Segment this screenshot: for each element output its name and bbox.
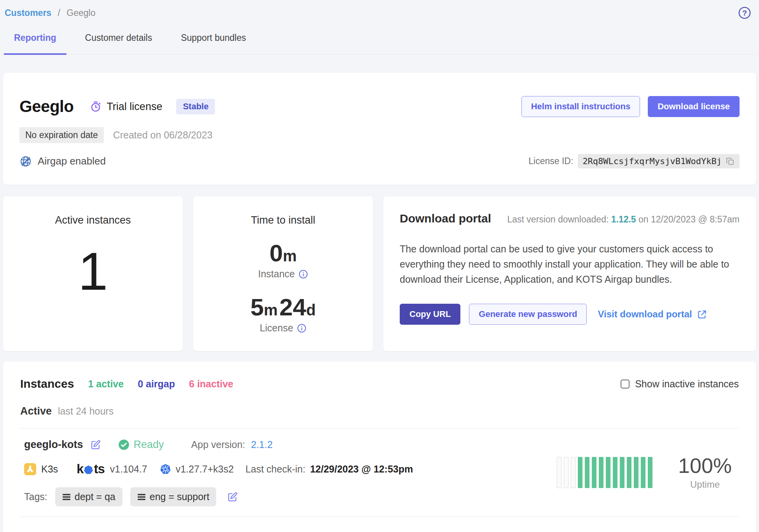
uptime-bar-empty bbox=[557, 457, 561, 488]
active-group-timeframe: last 24 hours bbox=[58, 406, 114, 417]
breadcrumb-current: Geeglo bbox=[66, 8, 95, 18]
instance-install-time-unit: m bbox=[283, 247, 297, 264]
tag-pill: eng = support bbox=[130, 487, 217, 506]
copy-license-id-icon[interactable] bbox=[726, 157, 735, 166]
airgap-globe-icon bbox=[19, 155, 32, 168]
last-checkin-label: Last check-in: bbox=[245, 464, 305, 475]
expiration-badge: No expiration date bbox=[19, 127, 104, 143]
distribution: K3s bbox=[24, 463, 58, 475]
license-install-time-unit2: d bbox=[306, 301, 316, 318]
app-version: App version: 2.1.2 bbox=[191, 439, 273, 450]
license-id-row: License ID: 2Rq8WLcsjfxqrMysjvB1WodYkBj bbox=[528, 154, 740, 168]
airgap-status: Airgap enabled bbox=[19, 155, 106, 168]
created-date: Created on 06/28/2023 bbox=[113, 130, 213, 141]
instance-install-label-row: Instance bbox=[258, 268, 308, 280]
uptime-bar-up bbox=[585, 457, 589, 488]
download-portal-card: Download portal Last version downloaded:… bbox=[383, 196, 756, 351]
help-icon[interactable]: ? bbox=[738, 6, 751, 19]
tags-label: Tags: bbox=[24, 491, 47, 502]
download-portal-title: Download portal bbox=[400, 212, 491, 225]
uptime-bar-up bbox=[599, 457, 603, 488]
info-icon[interactable] bbox=[297, 324, 306, 333]
uptime-bar-empty bbox=[564, 457, 568, 488]
last-version-link[interactable]: 1.12.5 bbox=[611, 214, 636, 224]
tag-pill: dept = qa bbox=[55, 487, 122, 506]
svg-text:?: ? bbox=[742, 9, 747, 17]
breadcrumb-separator: / bbox=[58, 8, 60, 18]
download-license-button[interactable]: Download license bbox=[648, 96, 740, 117]
uptime-bar-up bbox=[613, 457, 617, 488]
divider bbox=[20, 516, 739, 517]
kubernetes-version: v1.27.7+k3s2 bbox=[176, 464, 234, 475]
breadcrumb-customers-link[interactable]: Customers bbox=[5, 8, 51, 18]
license-install-label-row: License bbox=[260, 322, 306, 334]
top-bar: Customers / Geeglo ? bbox=[0, 0, 759, 19]
app-version-label: App version: bbox=[191, 439, 245, 450]
last-checkin-value: 12/29/2023 @ 12:53pm bbox=[310, 464, 413, 475]
kots-logo-k: k bbox=[77, 462, 83, 476]
license-install-time-unit1: m bbox=[264, 301, 278, 318]
license-summary-card: Geeglo Trial license Stable Helm install… bbox=[3, 73, 756, 185]
instance-install-time-value: 0 bbox=[269, 240, 283, 266]
kubernetes-version-group: v1.27.7+k3s2 bbox=[160, 464, 234, 475]
tab-customer-details[interactable]: Customer details bbox=[75, 33, 163, 55]
tag-lines-icon bbox=[62, 493, 71, 501]
kots-logo: k ts bbox=[77, 462, 105, 476]
breadcrumb: Customers / Geeglo bbox=[5, 8, 96, 18]
kots-version: v1.104.7 bbox=[110, 464, 147, 475]
helm-install-instructions-button[interactable]: Helm install instructions bbox=[521, 96, 640, 117]
license-install-label: License bbox=[260, 322, 293, 334]
k3s-icon bbox=[24, 463, 36, 475]
license-id-value: 2Rq8WLcsjfxqrMysjvB1WodYkBj bbox=[582, 156, 722, 166]
uptime-bar-up bbox=[606, 457, 610, 488]
app-version-link[interactable]: 2.1.2 bbox=[251, 439, 273, 450]
instances-title: Instances bbox=[20, 377, 74, 390]
license-install-time-value2: 24 bbox=[280, 294, 306, 320]
license-type: Trial license bbox=[90, 101, 162, 113]
external-link-icon bbox=[697, 309, 707, 320]
tag-value: dept = qa bbox=[75, 491, 115, 502]
info-icon[interactable] bbox=[299, 270, 308, 279]
kubernetes-icon bbox=[160, 464, 171, 475]
last-version-label: Last version downloaded: bbox=[507, 214, 609, 224]
metrics-row: Active instances 1 Time to install 0m In… bbox=[3, 196, 756, 351]
active-instances-count: 1 bbox=[78, 244, 108, 298]
tag-lines-icon bbox=[137, 493, 146, 501]
edit-instance-name-icon[interactable] bbox=[90, 439, 101, 450]
license-id-label: License ID: bbox=[528, 156, 573, 166]
inactive-count-filter[interactable]: 6 inactive bbox=[189, 378, 233, 390]
copy-url-button[interactable]: Copy URL bbox=[400, 304, 460, 325]
airgap-label: Airgap enabled bbox=[38, 155, 106, 167]
uptime-bar-up bbox=[641, 457, 645, 488]
time-to-install-card: Time to install 0m Instance 5m 24d Licen… bbox=[193, 196, 373, 351]
generate-new-password-button[interactable]: Generate new password bbox=[469, 304, 587, 325]
tab-reporting[interactable]: Reporting bbox=[4, 33, 66, 55]
uptime-bar-up bbox=[634, 457, 638, 488]
kots-logo-o bbox=[83, 464, 94, 475]
instance-name: geeglo-kots bbox=[24, 439, 83, 451]
show-inactive-label: Show inactive instances bbox=[635, 378, 739, 390]
trial-timer-icon bbox=[90, 101, 101, 112]
show-inactive-toggle[interactable]: Show inactive instances bbox=[621, 378, 739, 390]
airgap-count-filter[interactable]: 0 airgap bbox=[138, 378, 175, 390]
license-install-time: 5m 24d bbox=[250, 295, 316, 319]
ready-check-icon bbox=[118, 439, 129, 450]
instance-row: geeglo-kots Ready App version: 2.1.2 bbox=[20, 429, 739, 515]
active-count-filter[interactable]: 1 active bbox=[88, 378, 124, 390]
visit-download-portal-link[interactable]: Visit download portal bbox=[598, 309, 707, 320]
last-version-downloaded: Last version downloaded: 1.12.5 on 12/20… bbox=[507, 214, 740, 225]
uptime-bar-empty bbox=[571, 457, 575, 488]
instance-install-label: Instance bbox=[258, 268, 295, 280]
uptime-bar-up bbox=[627, 457, 631, 488]
download-portal-description: The download portal can be used to give … bbox=[400, 242, 740, 287]
tag-value: eng = support bbox=[150, 491, 210, 502]
uptime-bar-chart bbox=[557, 457, 652, 488]
tab-support-bundles[interactable]: Support bundles bbox=[171, 33, 256, 55]
edit-tags-icon[interactable] bbox=[227, 492, 238, 502]
customer-name: Geeglo bbox=[19, 97, 73, 116]
instances-card: Instances 1 active 0 airgap 6 inactive S… bbox=[3, 362, 756, 532]
license-install-time-value1: 5 bbox=[250, 294, 264, 320]
uptime-bar-up bbox=[648, 457, 652, 488]
show-inactive-checkbox[interactable] bbox=[621, 380, 630, 388]
tab-bar: Reporting Customer details Support bundl… bbox=[0, 33, 759, 55]
